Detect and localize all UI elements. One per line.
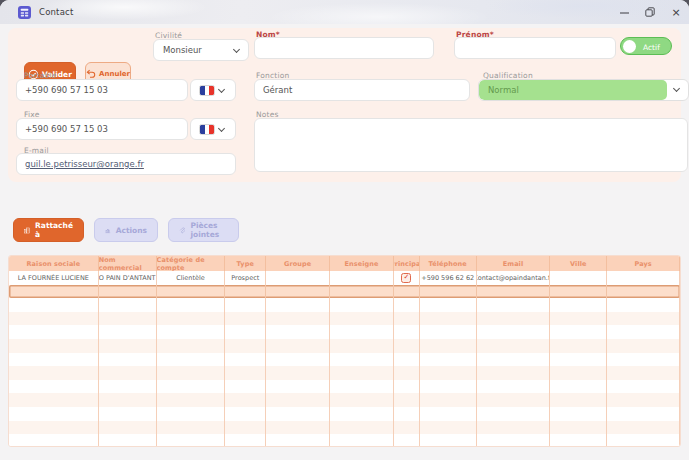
close-button[interactable]: × xyxy=(663,0,689,24)
building-icon xyxy=(24,225,30,236)
table-cell xyxy=(266,434,330,447)
chevron-down-icon xyxy=(233,45,240,52)
column-header[interactable]: Pays xyxy=(607,256,680,271)
table-cell xyxy=(420,353,477,367)
table-cell xyxy=(394,434,420,447)
active-toggle-label: Actif xyxy=(643,43,660,52)
email-input[interactable] xyxy=(16,153,236,175)
table-row-empty[interactable] xyxy=(9,434,680,447)
contact-form-panel: Valider Annuler Civilité Monsieur Nom* P… xyxy=(8,28,681,182)
table-cell xyxy=(266,298,330,312)
table-cell xyxy=(550,407,607,421)
qualification-value: Normal xyxy=(479,85,519,95)
table-cell[interactable] xyxy=(420,285,477,299)
table-cell[interactable] xyxy=(99,285,157,299)
function-input[interactable] xyxy=(254,79,470,101)
table-cell xyxy=(9,380,99,394)
table-cell[interactable]: Prospect xyxy=(225,271,266,285)
table-row-empty[interactable] xyxy=(9,380,680,394)
column-header[interactable]: Groupe xyxy=(266,256,330,271)
column-header[interactable]: Type xyxy=(225,256,266,271)
table-cell[interactable] xyxy=(394,285,420,299)
table-cell[interactable]: +590 596 62 62 xyxy=(420,271,477,285)
table-row-empty[interactable] xyxy=(9,339,680,353)
mobile-country-select[interactable] xyxy=(190,79,236,101)
table-cell[interactable]: ✓ xyxy=(394,271,420,285)
table-cell xyxy=(9,393,99,407)
table-cell xyxy=(9,298,99,312)
tab-pieces-jointes[interactable]: Pièces jointes xyxy=(168,218,239,242)
table-cell[interactable]: Clientèle xyxy=(157,271,226,285)
column-header[interactable]: Ville xyxy=(550,256,607,271)
table-row-empty[interactable] xyxy=(9,366,680,380)
tab-bar: Rattaché à Actions Pièces jointes xyxy=(13,218,239,242)
table-cell[interactable] xyxy=(266,285,330,299)
table-row-empty[interactable] xyxy=(9,325,680,339)
civility-select[interactable]: Monsieur xyxy=(153,39,249,61)
landline-input[interactable] xyxy=(16,118,188,140)
table-cell[interactable]: O PAIN D'ANTANT xyxy=(99,271,157,285)
table-cell[interactable] xyxy=(607,285,680,299)
column-header[interactable]: Email xyxy=(477,256,551,271)
table-cell[interactable] xyxy=(607,271,680,285)
restore-button[interactable] xyxy=(637,0,663,24)
table-cell[interactable] xyxy=(330,271,394,285)
table-cell[interactable]: Contact@opaindantan.fr xyxy=(477,271,551,285)
last-name-input[interactable] xyxy=(254,37,434,59)
column-header[interactable]: Téléphone xyxy=(420,256,477,271)
table-cell xyxy=(266,421,330,435)
tab-actions[interactable]: Actions xyxy=(94,218,158,242)
column-header[interactable]: Nom commercial xyxy=(99,256,157,271)
column-header[interactable]: Enseigne xyxy=(330,256,394,271)
minimize-button[interactable] xyxy=(611,0,637,24)
table-cell xyxy=(225,298,266,312)
table-cell xyxy=(394,393,420,407)
principal-checkbox[interactable]: ✓ xyxy=(401,273,411,283)
table-cell xyxy=(157,421,226,435)
column-header[interactable]: Catégorie de compte xyxy=(157,256,226,271)
table-cell xyxy=(266,380,330,394)
landline-country-select[interactable] xyxy=(190,118,236,140)
table-cell xyxy=(266,393,330,407)
tab-rattache-a[interactable]: Rattaché à xyxy=(13,218,84,242)
table-cell[interactable] xyxy=(550,271,607,285)
table-row-empty[interactable] xyxy=(9,393,680,407)
table-cell xyxy=(330,421,394,435)
table-cell[interactable] xyxy=(157,285,226,299)
table-cell xyxy=(420,325,477,339)
table-row-empty[interactable] xyxy=(9,407,680,421)
table-cell xyxy=(394,298,420,312)
table-cell[interactable] xyxy=(9,285,99,299)
table-row[interactable]: LA FOURNÉE LUCIENEO PAIN D'ANTANTClientè… xyxy=(9,271,680,285)
table-cell xyxy=(157,366,226,380)
column-header[interactable]: Principal xyxy=(394,256,420,271)
table-row-selected[interactable] xyxy=(9,285,680,299)
table-cell[interactable] xyxy=(330,285,394,299)
qualification-select[interactable]: Normal xyxy=(478,79,689,101)
notes-textarea[interactable] xyxy=(254,118,688,172)
app-icon xyxy=(18,6,31,19)
table-cell xyxy=(607,407,680,421)
table-cell xyxy=(420,421,477,435)
table-row-empty[interactable] xyxy=(9,312,680,326)
active-toggle[interactable]: Actif xyxy=(620,37,672,55)
contact-window: Contact × Valider xyxy=(0,0,689,460)
table-cell[interactable] xyxy=(225,285,266,299)
table-cell[interactable] xyxy=(266,271,330,285)
table-cell xyxy=(266,325,330,339)
table-cell xyxy=(266,353,330,367)
table-row-empty[interactable] xyxy=(9,298,680,312)
first-name-input[interactable] xyxy=(454,37,616,59)
table-cell[interactable]: LA FOURNÉE LUCIENE xyxy=(9,271,99,285)
mobile-input[interactable] xyxy=(16,79,188,101)
table-cell xyxy=(99,366,157,380)
table-cell[interactable] xyxy=(550,285,607,299)
table-cell xyxy=(420,393,477,407)
tab-label: Pièces jointes xyxy=(190,221,228,239)
table-cell[interactable] xyxy=(477,285,551,299)
table-cell xyxy=(157,339,226,353)
column-header[interactable]: Raison sociale xyxy=(9,256,99,271)
table-row-empty[interactable] xyxy=(9,421,680,435)
table-cell xyxy=(330,407,394,421)
table-row-empty[interactable] xyxy=(9,353,680,367)
